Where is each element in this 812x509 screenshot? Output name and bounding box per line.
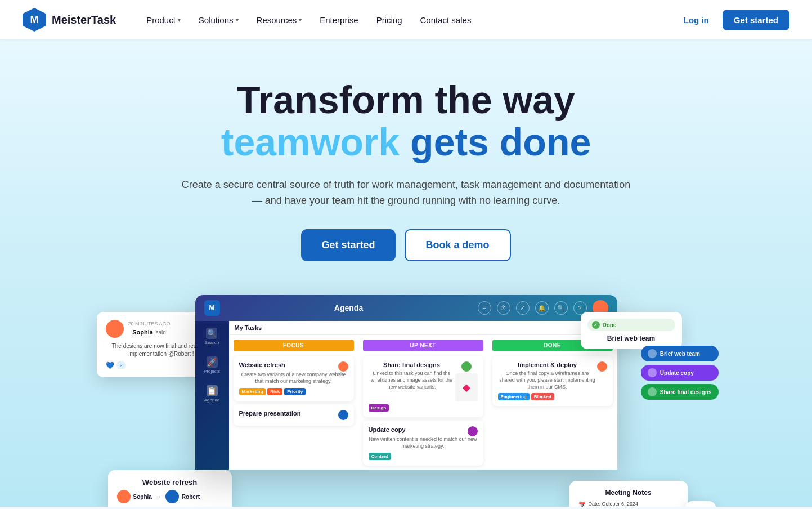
nav-resources[interactable]: Resources ▾ xyxy=(249,11,310,29)
upnext-column: UP NEXT Share final designs Linked to th… xyxy=(358,335,488,466)
person-robert: Robert xyxy=(165,490,200,503)
chevron-down-icon: ▾ xyxy=(178,17,181,23)
navbar: M MeisterTask Product ▾ Solutions ▾ Reso… xyxy=(0,0,812,39)
app-screenshot-area: 20 MINUTES AGO Sophia said The designs a… xyxy=(97,295,716,486)
upnext-label: UP NEXT xyxy=(363,340,483,351)
nav-pricing[interactable]: Pricing xyxy=(369,11,410,29)
app-topbar: M Agenda + ⏱ ✓ 🔔 🔍 ? xyxy=(195,295,617,321)
tag-content: Content xyxy=(369,453,391,460)
chat-sender-name: Sophia xyxy=(132,329,153,336)
task-avatar xyxy=(468,426,478,436)
tag-marketing: Marketing xyxy=(239,388,266,395)
task-title: Update copy xyxy=(369,426,406,433)
pill-update-copy[interactable]: Update copy xyxy=(641,365,719,381)
pill-brief-web-team[interactable]: Brief web team xyxy=(641,346,719,361)
task-assignees: Sophia → Robert xyxy=(117,490,223,503)
tag-design: Design xyxy=(369,404,389,412)
task-desc: New written content is needed to match o… xyxy=(369,436,478,449)
meeting-notes-card: Meeting Notes 📅 Date: October 6, 2024 👥 … xyxy=(569,481,688,507)
kanban-columns: FOCUS Website refresh Create two variant… xyxy=(229,335,617,466)
brief-web-team-title: Brief web team xyxy=(587,334,675,342)
done-check-icon: ✓ xyxy=(592,321,600,329)
sophia-small-avatar xyxy=(117,490,131,503)
ai-label: AI xyxy=(693,506,702,507)
logo[interactable]: M MeisterTask xyxy=(23,8,116,32)
person-sophia: Sophia xyxy=(117,490,152,503)
sidebar-search[interactable]: 🔍 Search xyxy=(205,328,219,345)
done-column: DONE Implement & deploy Once the final c… xyxy=(488,335,617,466)
tag-priority: Priority xyxy=(284,388,306,395)
reaction-count: 2 xyxy=(116,361,126,369)
brand-name: MeisterTask xyxy=(52,14,116,26)
task-detail-title: Website refresh xyxy=(117,478,223,486)
design-attachment-icon: ◆ xyxy=(455,373,478,401)
login-button[interactable]: Log in xyxy=(677,11,716,29)
nav-product[interactable]: Product ▾ xyxy=(138,11,189,29)
task-title: Website refresh xyxy=(239,361,285,368)
nav-contact-sales[interactable]: Contact sales xyxy=(412,11,479,29)
pill-avatar xyxy=(648,349,657,358)
task-card-website-refresh[interactable]: Website refresh Create two variants of a… xyxy=(234,356,354,400)
task-avatar xyxy=(597,361,607,372)
arrow-icon: → xyxy=(155,493,162,501)
calendar-icon: 📅 xyxy=(578,502,585,507)
tag-engineering: Engineering xyxy=(498,393,530,400)
task-card-update-copy[interactable]: Update copy New written content is neede… xyxy=(363,421,483,465)
action-pills: Brief web team Update copy Share final d… xyxy=(641,346,719,400)
chevron-down-icon: ▾ xyxy=(236,17,239,23)
nav-solutions[interactable]: Solutions ▾ xyxy=(191,11,246,29)
task-tags: Content xyxy=(369,453,478,460)
app-main-content: My Tasks ▾ FOCUS Website refresh xyxy=(229,321,617,470)
my-tasks-bar: My Tasks ▾ xyxy=(229,321,617,335)
check-icon[interactable]: ✓ xyxy=(516,301,530,315)
hero-section: Transform the way teamwork gets done Cre… xyxy=(0,39,812,507)
pill-avatar xyxy=(648,368,657,377)
nav-links: Product ▾ Solutions ▾ Resources ▾ Enterp… xyxy=(138,11,677,29)
task-card-implement[interactable]: Implement & deploy Once the final copy &… xyxy=(492,356,613,406)
meeting-date-row: 📅 Date: October 6, 2024 xyxy=(578,501,679,507)
chat-said: said xyxy=(155,329,165,336)
app-logo-small: M xyxy=(204,300,220,316)
app-body: 🔍 Search 🚀 Projects 📋 Agenda My Tasks xyxy=(195,321,617,470)
task-tags: Design xyxy=(369,404,478,412)
meeting-notes-title: Meeting Notes xyxy=(578,489,679,497)
task-avatar xyxy=(338,410,348,420)
task-detail-card: Website refresh Sophia → Robert Subtasks xyxy=(108,470,232,507)
task-title: Implement & deploy xyxy=(498,361,597,368)
task-card-share-designs[interactable]: Share final designs Linked to this task … xyxy=(363,356,483,417)
task-avatar xyxy=(461,361,472,372)
clock-icon[interactable]: ⏱ xyxy=(497,301,510,315)
add-icon[interactable]: + xyxy=(478,301,491,315)
book-demo-button[interactable]: Book a demo xyxy=(405,229,511,261)
search-icon[interactable]: 🔍 xyxy=(554,301,568,315)
focus-column: FOCUS Website refresh Create two variant… xyxy=(229,335,358,466)
robert-small-avatar xyxy=(165,490,179,503)
sidebar-projects[interactable]: 🚀 Projects xyxy=(204,356,220,374)
nav-actions: Log in Get started xyxy=(677,10,789,30)
task-tags: Engineering Blocked xyxy=(498,393,607,400)
get-started-hero-button[interactable]: Get started xyxy=(301,229,395,261)
get-started-nav-button[interactable]: Get started xyxy=(723,10,789,30)
app-window: M Agenda + ⏱ ✓ 🔔 🔍 ? 🔍 Search xyxy=(195,295,617,470)
pill-share-designs[interactable]: Share final designs xyxy=(641,384,719,400)
logo-icon: M xyxy=(23,8,46,32)
hero-subtext: Create a secure central source of truth … xyxy=(176,177,637,209)
ai-badge: AI + xyxy=(685,501,715,507)
nav-enterprise[interactable]: Enterprise xyxy=(312,11,366,29)
chat-timestamp: 20 MINUTES AGO xyxy=(128,321,171,327)
task-avatar xyxy=(338,361,348,372)
meeting-date: Date: October 6, 2024 xyxy=(589,501,639,507)
task-title: Share final designs xyxy=(369,361,455,368)
app-window-title: Agenda xyxy=(229,303,469,312)
app-sidebar: 🔍 Search 🚀 Projects 📋 Agenda xyxy=(195,321,229,470)
focus-label: FOCUS xyxy=(234,340,354,351)
task-card-presentation[interactable]: Prepare presentation xyxy=(234,404,354,426)
task-desc: Create two variants of a new company web… xyxy=(239,372,348,385)
done-brief-card: ✓ Done Brief web team xyxy=(581,312,682,349)
sidebar-agenda[interactable]: 📋 Agenda xyxy=(204,385,220,403)
tag-risk: Risk xyxy=(267,388,282,395)
task-desc: Linked to this task you can find the wir… xyxy=(369,370,455,390)
pill-avatar xyxy=(648,387,657,396)
bell-icon[interactable]: 🔔 xyxy=(535,301,549,315)
hero-headline: Transform the way teamwork gets done xyxy=(23,79,789,163)
